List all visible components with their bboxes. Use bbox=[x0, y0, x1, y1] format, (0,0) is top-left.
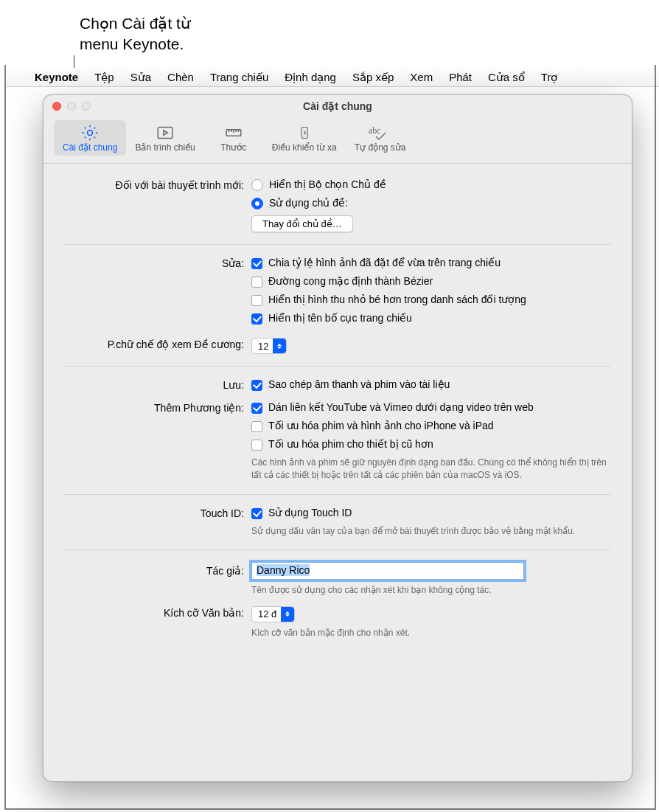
menubar: Keynote Tệp Sửa Chèn Trang chiếu Định dạ… bbox=[4, 68, 659, 87]
close-window-button[interactable] bbox=[52, 102, 61, 111]
tab-label: Điều khiển từ xa bbox=[272, 142, 337, 153]
menu-help[interactable]: Trợ bbox=[533, 71, 566, 84]
media-hint: Các hình ảnh và phim sẽ giữ nguyên định … bbox=[251, 457, 611, 482]
label-text-size: Kích cỡ Văn bản: bbox=[64, 606, 251, 619]
change-theme-button[interactable]: Thay đổi chủ đề… bbox=[251, 215, 353, 232]
menu-edit[interactable]: Sửa bbox=[122, 71, 159, 84]
menu-format[interactable]: Định dạng bbox=[276, 71, 344, 84]
check-smaller-thumbnails[interactable]: Hiển thị hình thu nhỏ bé hơn trong danh … bbox=[251, 294, 611, 306]
check-label: Tối ưu hóa phim và hình ảnh cho iPhone v… bbox=[268, 420, 494, 431]
textsize-hint: Kích cỡ văn bản mặc định cho nhận xét. bbox=[251, 627, 611, 639]
zoom-window-button[interactable] bbox=[82, 102, 91, 111]
check-optimize-iphone-ipad[interactable]: Tối ưu hóa phim và hình ảnh cho iPhone v… bbox=[251, 420, 611, 432]
tab-label: Thước bbox=[220, 142, 246, 153]
preferences-content: Đối với bài thuyết trình mới: Hiển thị B… bbox=[43, 164, 632, 657]
check-label: Sao chép âm thanh và phim vào tài liệu bbox=[268, 378, 450, 390]
label-adding-media: Thêm Phương tiện: bbox=[64, 401, 251, 414]
check-show-layout-names[interactable]: Hiển thị tên bố cục trang chiếu bbox=[251, 312, 611, 325]
author-value: Danny Rico bbox=[257, 564, 310, 576]
check-label: Hiển thị hình thu nhỏ bé hơn trong danh … bbox=[268, 294, 526, 305]
label-author: Tác giả: bbox=[64, 562, 251, 577]
text-size-select[interactable]: 12 đ bbox=[251, 606, 295, 622]
preference-tabs: Cài đặt chung Bản trình chiếu Thước Điều… bbox=[43, 117, 632, 164]
check-label: Chia tỷ lệ hình ảnh đã đặt để vừa trên t… bbox=[268, 257, 501, 268]
svg-text:abc: abc bbox=[369, 125, 381, 136]
divider bbox=[64, 494, 611, 495]
label-outline-font: P.chữ chế độ xem Đề cương: bbox=[64, 338, 251, 350]
radio-label: Hiển thị Bộ chọn Chủ đề bbox=[269, 178, 386, 190]
check-label: Hiển thị tên bố cục trang chiếu bbox=[268, 312, 412, 324]
menu-keynote[interactable]: Keynote bbox=[27, 71, 86, 83]
check-use-touchid[interactable]: Sử dụng Touch ID bbox=[251, 507, 611, 519]
radio-use-theme[interactable]: Sử dụng chủ đề: bbox=[251, 197, 611, 209]
abc-check-icon: abc bbox=[366, 123, 395, 142]
svg-rect-1 bbox=[158, 127, 172, 138]
tab-slideshow[interactable]: Bản trình chiếu bbox=[126, 120, 203, 156]
checkbox-icon bbox=[251, 403, 262, 414]
chevron-up-down-icon bbox=[273, 339, 286, 353]
tab-label: Tự động sửa bbox=[355, 142, 406, 153]
check-label: Dán liên kết YouTube và Vimeo dưới dạng … bbox=[268, 401, 534, 413]
check-scale-images[interactable]: Chia tỷ lệ hình ảnh đã đặt để vừa trên t… bbox=[251, 257, 611, 269]
check-label: Sử dụng Touch ID bbox=[268, 507, 352, 518]
label-editing: Sửa: bbox=[64, 257, 251, 269]
select-value: 12 đ bbox=[258, 608, 276, 620]
checkbox-icon bbox=[251, 313, 262, 325]
ruler-icon bbox=[224, 123, 243, 142]
tab-label: Cài đặt chung bbox=[63, 142, 117, 153]
label-touchid: Touch ID: bbox=[64, 507, 251, 519]
chevron-up-down-icon bbox=[281, 607, 294, 622]
radio-show-theme-chooser[interactable]: Hiển thị Bộ chọn Chủ đề bbox=[251, 178, 611, 191]
author-hint: Tên được sử dụng cho các nhận xét khi bạ… bbox=[251, 584, 611, 597]
radio-icon bbox=[251, 198, 263, 209]
check-copy-media[interactable]: Sao chép âm thanh và phim vào tài liệu bbox=[251, 378, 611, 391]
menu-slide[interactable]: Trang chiếu bbox=[202, 71, 276, 84]
divider bbox=[64, 549, 611, 550]
check-paste-web-video[interactable]: Dán liên kết YouTube và Vimeo dưới dạng … bbox=[251, 401, 611, 414]
tab-autocorrect[interactable]: abc Tự động sửa bbox=[346, 120, 415, 156]
check-label: Đường cong mặc định thành Bézier bbox=[268, 275, 433, 287]
window-title: Cài đặt chung bbox=[303, 100, 372, 112]
check-label: Tối ưu hóa phim cho thiết bị cũ hơn bbox=[268, 438, 433, 450]
outline-font-size-select[interactable]: 12 bbox=[251, 338, 287, 354]
menu-play[interactable]: Phát bbox=[441, 71, 480, 83]
checkbox-icon bbox=[251, 440, 262, 451]
menu-insert[interactable]: Chèn bbox=[159, 71, 202, 83]
tab-remotes[interactable]: Điều khiển từ xa bbox=[263, 120, 346, 156]
gear-icon bbox=[80, 123, 100, 142]
titlebar: Cài đặt chung bbox=[43, 95, 632, 117]
phone-icon bbox=[297, 123, 312, 142]
menu-window[interactable]: Cửa sổ bbox=[480, 71, 533, 84]
callout-text: Chọn Cài đặt từ menu Keynote. bbox=[80, 13, 190, 55]
radio-label: Sử dụng chủ đề: bbox=[269, 197, 348, 209]
svg-point-0 bbox=[88, 131, 93, 136]
checkbox-icon bbox=[251, 277, 262, 288]
divider bbox=[64, 244, 611, 245]
tab-general[interactable]: Cài đặt chung bbox=[54, 120, 126, 156]
author-input[interactable]: Danny Rico bbox=[251, 562, 524, 580]
check-optimize-older[interactable]: Tối ưu hóa phim cho thiết bị cũ hơn bbox=[251, 438, 611, 451]
divider bbox=[64, 366, 611, 367]
minimize-window-button[interactable] bbox=[67, 102, 76, 111]
svg-rect-3 bbox=[301, 128, 307, 139]
play-rect-icon bbox=[156, 123, 175, 142]
menu-view[interactable]: Xem bbox=[402, 71, 441, 83]
checkbox-icon bbox=[251, 295, 262, 306]
select-value: 12 bbox=[258, 341, 268, 352]
radio-icon bbox=[251, 179, 263, 191]
touchid-hint: Sử dụng dấu vân tay của bạn để mở bài th… bbox=[251, 525, 611, 538]
preferences-window: Cài đặt chung Cài đặt chung Bản trình ch… bbox=[43, 94, 632, 782]
checkbox-icon bbox=[251, 380, 262, 391]
label-saving: Lưu: bbox=[64, 378, 251, 391]
checkbox-icon bbox=[251, 508, 262, 519]
menu-file[interactable]: Tệp bbox=[86, 71, 122, 84]
checkbox-icon bbox=[251, 258, 262, 269]
tab-rulers[interactable]: Thước bbox=[204, 120, 263, 156]
menu-arrange[interactable]: Sắp xếp bbox=[344, 71, 402, 84]
checkbox-icon bbox=[251, 421, 262, 432]
check-bezier-default[interactable]: Đường cong mặc định thành Bézier bbox=[251, 275, 611, 288]
label-new-presentation: Đối với bài thuyết trình mới: bbox=[64, 178, 251, 191]
tab-label: Bản trình chiếu bbox=[135, 142, 195, 153]
